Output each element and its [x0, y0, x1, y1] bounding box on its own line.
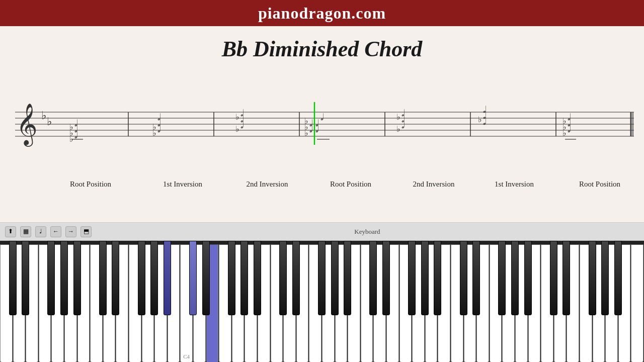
black-key[interactable] — [614, 241, 622, 315]
svg-text:𝅗𝅥: 𝅗𝅥 — [401, 109, 405, 117]
settings-btn[interactable]: ⬒ — [80, 226, 92, 237]
black-key[interactable] — [408, 241, 416, 315]
label-1st-inv-2: 1st Inversion — [495, 180, 534, 189]
black-key[interactable] — [434, 241, 441, 315]
keyboard-label: Keyboard — [96, 228, 639, 236]
svg-text:𝅗𝅥: 𝅗𝅥 — [309, 119, 312, 127]
svg-text:𝅗𝅥: 𝅗𝅥 — [157, 119, 160, 127]
black-key[interactable] — [164, 241, 171, 315]
black-key[interactable] — [138, 241, 145, 315]
svg-text:♭: ♭ — [41, 109, 46, 122]
black-key[interactable] — [99, 241, 107, 315]
black-key[interactable] — [511, 241, 519, 315]
note-btn[interactable]: ♩ — [35, 226, 46, 237]
black-key[interactable] — [279, 241, 287, 315]
svg-text:♭: ♭ — [235, 113, 239, 121]
black-key[interactable] — [240, 241, 248, 315]
black-key[interactable] — [228, 241, 235, 315]
svg-text:♭: ♭ — [562, 117, 567, 125]
svg-text:𝅗𝅥: 𝅗𝅥 — [74, 119, 77, 127]
label-root-3: Root Position — [579, 180, 620, 189]
black-key[interactable] — [22, 241, 29, 315]
svg-text:𝅗𝅥: 𝅗𝅥 — [568, 125, 571, 133]
black-key[interactable] — [550, 241, 557, 315]
octave-up-btn[interactable]: ⬆ — [5, 226, 16, 237]
svg-text:♭: ♭ — [396, 125, 400, 133]
sheet-music-area: Bb Diminished Chord 𝄞 ♭ ♭ — [0, 26, 644, 222]
black-key[interactable] — [189, 241, 197, 315]
svg-text:𝅗𝅥: 𝅗𝅥 — [74, 131, 77, 139]
black-key[interactable] — [369, 241, 377, 315]
prev-btn[interactable]: ← — [50, 226, 61, 237]
black-key[interactable] — [472, 241, 480, 315]
svg-text:𝅗𝅥: 𝅗𝅥 — [240, 121, 244, 129]
svg-text:♭: ♭ — [235, 125, 239, 133]
keyboard-toolbar: ⬆ ▦ ♩ ← → ⬒ Keyboard — [0, 223, 644, 241]
label-root-2: Root Position — [330, 180, 371, 189]
svg-text:𝅗𝅥: 𝅗𝅥 — [240, 109, 244, 117]
svg-text:𝅗𝅥: 𝅗𝅥 — [240, 115, 244, 123]
black-key[interactable] — [60, 241, 68, 315]
svg-text:𝅗𝅥: 𝅗𝅥 — [568, 119, 571, 127]
svg-text:𝅗𝅥: 𝅗𝅥 — [309, 125, 312, 133]
chord-title: Bb Diminished Chord — [222, 36, 423, 62]
labels-row: Root Position 1st Inversion 2nd Inversio… — [5, 180, 639, 195]
svg-text:♭: ♭ — [69, 123, 73, 131]
svg-text:𝅗𝅥: 𝅗𝅥 — [401, 115, 405, 123]
black-key[interactable] — [589, 241, 596, 315]
black-key[interactable] — [498, 241, 506, 315]
black-key[interactable] — [382, 241, 390, 315]
black-key[interactable] — [292, 241, 300, 315]
staff-container: 𝄞 ♭ ♭ ♭ 𝅗𝅥 ♭ 𝅗𝅥 ♭ 𝅗𝅥 ♭ — [5, 77, 639, 177]
black-key[interactable] — [112, 241, 119, 315]
svg-text:♭: ♭ — [396, 113, 400, 121]
label-2nd-inv-1: 2nd Inversion — [247, 180, 288, 189]
svg-text:♭: ♭ — [304, 117, 308, 125]
black-key[interactable] — [9, 241, 17, 315]
grid-view-btn[interactable]: ▦ — [20, 226, 31, 237]
staff-svg: 𝄞 ♭ ♭ ♭ 𝅗𝅥 ♭ 𝅗𝅥 ♭ 𝅗𝅥 ♭ — [5, 77, 639, 177]
svg-text:♭: ♭ — [478, 115, 482, 124]
svg-text:𝅗𝅥: 𝅗𝅥 — [315, 119, 318, 127]
black-key[interactable] — [150, 241, 158, 315]
keyboard-section: ⬆ ▦ ♩ ← → ⬒ Keyboard C4 — [0, 222, 644, 362]
svg-text:𝅗𝅥: 𝅗𝅥 — [315, 125, 318, 133]
svg-text:♭: ♭ — [152, 123, 156, 131]
label-root-1: Root Position — [70, 180, 111, 189]
svg-text:𝅗𝅥: 𝅗𝅥 — [320, 113, 324, 121]
black-key[interactable] — [254, 241, 261, 315]
black-key[interactable] — [562, 241, 570, 315]
svg-text:𝅗𝅥: 𝅗𝅥 — [401, 121, 405, 129]
next-btn[interactable]: → — [65, 226, 76, 237]
black-key[interactable] — [601, 241, 609, 315]
header: pianodragon.com — [0, 0, 644, 26]
label-1st-inv-1: 1st Inversion — [163, 180, 202, 189]
black-key[interactable] — [318, 241, 326, 315]
svg-text:𝅗𝅥: 𝅗𝅥 — [157, 125, 160, 133]
svg-text:𝅗𝅥: 𝅗𝅥 — [157, 113, 160, 121]
black-key[interactable] — [344, 241, 351, 315]
black-key[interactable] — [202, 241, 210, 315]
black-key[interactable] — [460, 241, 467, 315]
svg-text:𝄞: 𝄞 — [16, 104, 38, 147]
svg-text:𝅗𝅥: 𝅗𝅥 — [74, 125, 77, 133]
c4-label: C4 — [183, 353, 190, 359]
black-key[interactable] — [331, 241, 339, 315]
black-key[interactable] — [47, 241, 55, 315]
black-key[interactable] — [73, 241, 81, 315]
svg-text:♭: ♭ — [47, 115, 52, 128]
piano-container: C4 — [0, 241, 644, 362]
white-key[interactable] — [631, 244, 643, 362]
site-title: pianodragon.com — [258, 4, 386, 23]
svg-text:𝅗𝅥: 𝅗𝅥 — [568, 113, 571, 121]
black-key[interactable] — [524, 241, 532, 315]
black-key[interactable] — [421, 241, 429, 315]
label-2nd-inv-2: 2nd Inversion — [413, 180, 455, 189]
